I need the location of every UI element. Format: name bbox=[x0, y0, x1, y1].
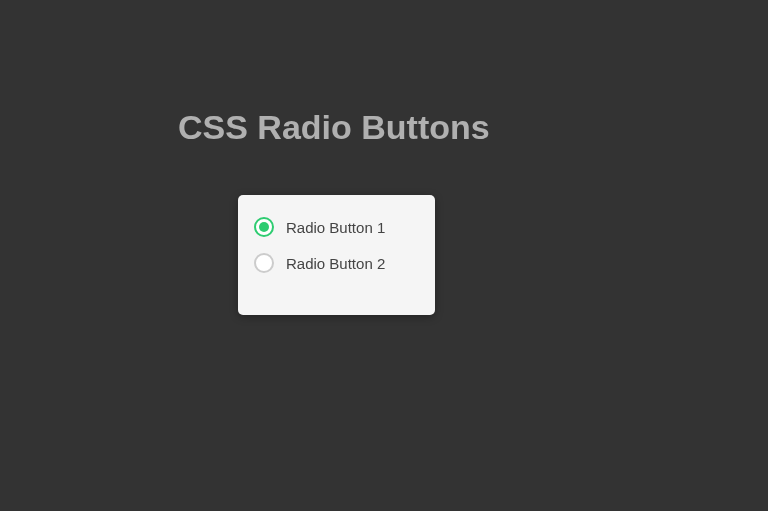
radio-label: Radio Button 2 bbox=[286, 255, 385, 272]
radio-option-1[interactable]: Radio Button 1 bbox=[254, 217, 419, 237]
radio-group-card: Radio Button 1 Radio Button 2 bbox=[238, 195, 435, 315]
radio-indicator-unselected-icon bbox=[254, 253, 274, 273]
radio-label: Radio Button 1 bbox=[286, 219, 385, 236]
radio-option-2[interactable]: Radio Button 2 bbox=[254, 253, 419, 273]
page-title: CSS Radio Buttons bbox=[178, 108, 490, 147]
radio-indicator-selected-icon bbox=[254, 217, 274, 237]
